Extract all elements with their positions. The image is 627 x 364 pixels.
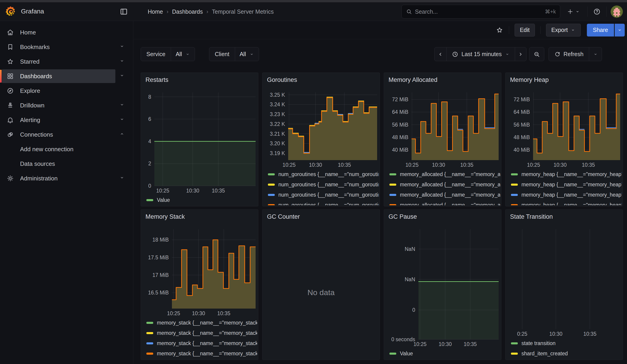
panel-title[interactable]: Restarts	[146, 76, 168, 84]
sidebar-item-connections[interactable]: Connections	[0, 127, 133, 142]
chart-area[interactable]: 10:2510:3010:35NaNNaN00 seconds	[384, 227, 501, 348]
client-filter-value[interactable]: All	[235, 48, 259, 61]
panel-left-icon	[119, 7, 129, 16]
chart-area[interactable]: 10:2510:3010:3586420	[141, 90, 258, 194]
chevron-down-icon	[249, 52, 254, 57]
legend-series-label: memory_allocated {__name__="memory_alloc…	[400, 182, 500, 188]
legend-item[interactable]: memory_allocated {__name__="memory_alloc…	[384, 179, 500, 190]
panel-goroutines: Goroutines10:2510:3010:353.25 K3.24 K3.2…	[262, 73, 380, 207]
breadcrumb-dashboards[interactable]: Dashboards	[172, 8, 203, 15]
legend-item[interactable]: Value	[384, 349, 500, 359]
sidebar-toggle-button[interactable]	[119, 7, 129, 16]
panel-title[interactable]: Memory Stack	[146, 213, 185, 220]
sidebar-item-highlight	[2, 69, 115, 83]
legend-item[interactable]: num_goroutines {__name__="num_goroutines…	[262, 169, 379, 179]
legend-item[interactable]: memory_allocated {__name__="memory_alloc…	[384, 190, 500, 200]
svg-text:40 MiB: 40 MiB	[392, 147, 408, 153]
legend-item[interactable]: memory_stack {__name__="memory_stack", i…	[141, 328, 257, 338]
panel-title[interactable]: GC Counter	[267, 213, 300, 220]
legend-series-label: memory_heap {__name__="memory_heap", ins…	[522, 171, 622, 177]
svg-text:10:30: 10:30	[439, 341, 452, 347]
sidebar-item-expand-button[interactable]	[119, 73, 125, 78]
svg-text:0 seconds: 0 seconds	[391, 336, 415, 342]
sidebar-item-highlight	[2, 26, 115, 39]
breadcrumb-separator: ›	[167, 8, 168, 15]
legend-series-color	[146, 199, 153, 201]
sidebar-item-drilldown[interactable]: Drilldown	[0, 98, 133, 113]
legend-item[interactable]: num_goroutines {__name__="num_goroutines…	[262, 179, 379, 190]
svg-text:17 MiB: 17 MiB	[152, 272, 169, 278]
favorite-star-button[interactable]	[496, 26, 503, 34]
time-range-picker[interactable]: Last 15 minutes	[446, 48, 515, 61]
sidebar-item-expand-button[interactable]	[119, 102, 125, 108]
legend-item[interactable]: memory_allocated {__name__="memory_alloc…	[384, 169, 500, 179]
refresh-button[interactable]: Refresh	[549, 48, 589, 61]
sidebar-item-expand-button[interactable]	[119, 116, 125, 122]
legend-item[interactable]: memory_stack {__name__="memory_stack", i…	[141, 349, 257, 359]
sidebar-item-data-sources[interactable]: Data sources	[0, 156, 133, 171]
time-shift-forward-button[interactable]	[515, 48, 526, 61]
legend-item[interactable]: shard_item_created	[506, 349, 622, 359]
legend-item[interactable]: memory_allocated {__name__="memory_alloc…	[384, 200, 500, 205]
chart-area[interactable]: 10:2510:3010:3518 MiB17.5 MiB17 MiB16.5 …	[141, 227, 258, 317]
legend-series-color	[268, 173, 275, 175]
share-button[interactable]: Share	[587, 24, 614, 37]
time-shift-back-button[interactable]	[435, 48, 446, 61]
edit-button[interactable]: Edit	[515, 24, 535, 37]
grafana-logo-icon[interactable]	[5, 6, 16, 18]
svg-text:72 MiB: 72 MiB	[392, 97, 408, 103]
add-menu-button[interactable]	[567, 7, 580, 16]
sidebar-item-highlight	[2, 84, 115, 98]
chart-area[interactable]: 0:2510:3010:35	[506, 227, 623, 337]
legend-item[interactable]: num_goroutines {__name__="num_goroutines…	[262, 190, 379, 200]
sidebar-item-starred[interactable]: Starred	[0, 54, 133, 69]
refresh-interval-button[interactable]	[589, 48, 602, 61]
sidebar-item-home[interactable]: Home	[0, 25, 133, 40]
panel-title[interactable]: Goroutines	[267, 76, 297, 84]
legend-item[interactable]: memory_stack {__name__="memory_stack", i…	[141, 338, 257, 349]
sidebar-item-highlight	[2, 113, 115, 127]
zoom-out-button[interactable]	[529, 48, 544, 61]
chart-area[interactable]: 10:2510:3010:3572 MiB64 MiB56 MiB48 MiB4…	[384, 90, 501, 168]
panel-title[interactable]: State Transition	[510, 213, 553, 220]
avatar[interactable]	[611, 5, 623, 18]
legend-item[interactable]: memory_heap {__name__="memory_heap", ins…	[506, 190, 622, 200]
legend-item[interactable]: memory_heap {__name__="memory_heap", ins…	[506, 200, 622, 205]
legend-item[interactable]: state transition	[506, 338, 622, 349]
legend-item[interactable]: memory_stack {__name__="memory_stack", i…	[141, 318, 257, 328]
sidebar-item-alerting[interactable]: Alerting	[0, 113, 133, 127]
breadcrumb: Home › Dashboards › Temporal Server Metr…	[148, 2, 274, 21]
sidebar-item-dashboards[interactable]: Dashboards	[0, 69, 133, 84]
sidebar-item-administration[interactable]: Administration	[0, 171, 133, 186]
share-menu-button[interactable]	[615, 24, 625, 37]
sidebar-item-explore[interactable]: Explore	[0, 84, 133, 98]
panel-title[interactable]: Memory Allocated	[388, 76, 438, 84]
legend-item[interactable]: Value	[141, 195, 257, 205]
legend-item[interactable]: memory_heap {__name__="memory_heap", ins…	[506, 179, 622, 190]
help-button[interactable]	[593, 8, 601, 15]
sidebar-item-expand-button[interactable]	[119, 58, 125, 64]
export-button[interactable]: Export	[546, 24, 581, 37]
sidebar-item-expand-button[interactable]	[119, 175, 125, 181]
search-box[interactable]: ⌘+k	[402, 5, 560, 18]
dashboard-toolbar: Edit Export Share	[134, 21, 627, 39]
legend-item[interactable]: num_goroutines {__name__="num_goroutines…	[262, 200, 379, 205]
search-input[interactable]	[415, 8, 545, 15]
time-controls: Last 15 minutes Refresh	[434, 47, 602, 61]
legend-item[interactable]: memory_heap {__name__="memory_heap", ins…	[506, 169, 622, 179]
sidebar-item-bookmarks[interactable]: Bookmarks	[0, 40, 133, 54]
chart-area[interactable]: 10:2510:3010:353.25 K3.24 K3.23 K3.22 K3…	[263, 90, 379, 168]
panel-title[interactable]: Memory Heap	[510, 76, 549, 84]
chart-area[interactable]: 10:2510:3010:3572 MiB64 MiB56 MiB48 MiB4…	[506, 90, 623, 168]
sidebar-item-expand-button[interactable]	[119, 43, 125, 49]
sidebar-item-expand-button[interactable]	[119, 131, 125, 137]
sidebar-item-add-new-connection[interactable]: Add new connection	[0, 142, 133, 156]
service-filter-value[interactable]: All	[171, 48, 195, 61]
sidebar-item-highlight	[2, 157, 115, 171]
zoom-out-group	[529, 47, 544, 61]
svg-text:56 MiB: 56 MiB	[392, 122, 408, 128]
svg-text:3.24 K: 3.24 K	[270, 102, 285, 107]
breadcrumb-home[interactable]: Home	[148, 8, 163, 15]
sidebar-item-highlight	[2, 55, 115, 68]
panel-title[interactable]: GC Pause	[388, 213, 417, 220]
